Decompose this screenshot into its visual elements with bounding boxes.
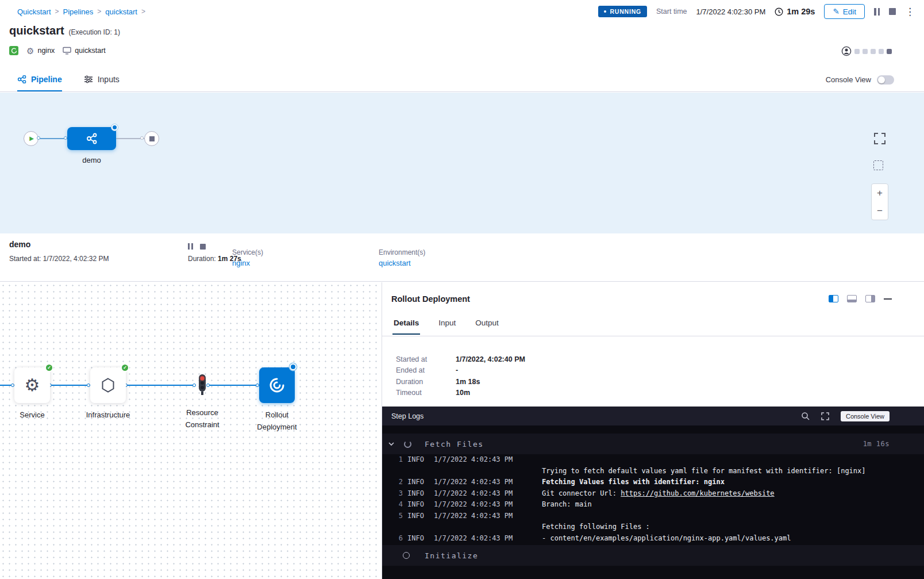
stage-summary-bar: demo Started at: 1/7/2022, 4:02:32 PM Du… [0, 233, 924, 282]
fullscreen-icon[interactable] [873, 132, 887, 145]
layout-split-icon[interactable] [829, 295, 838, 302]
step-detail-tabs: Details Input Output [392, 319, 500, 335]
stage-indicator[interactable] [879, 49, 884, 54]
stage-icon [86, 132, 98, 145]
service-meta[interactable]: ⚙ nginx [26, 47, 55, 55]
stage-controls [188, 243, 206, 250]
tab-pipeline[interactable]: Pipeline [17, 68, 62, 91]
step-details-title: Rollout Deployment [391, 294, 470, 304]
services-label: Service(s) [232, 248, 263, 256]
stop-icon [149, 136, 155, 141]
search-icon[interactable] [801, 412, 810, 420]
console-view-label: Console View [826, 75, 871, 84]
divider [382, 336, 924, 336]
success-check-icon: ✓ [121, 363, 129, 372]
log-section-fetch-files[interactable]: Fetch Files 1m 16s [382, 434, 924, 454]
header-actions: RUNNING Start time 1/7/2022 4:02:30 PM 1… [598, 4, 915, 19]
breadcrumb-link-pipelines[interactable]: Pipelines [63, 7, 94, 16]
step-node-rollout-deployment[interactable] [259, 367, 295, 403]
chevron-down-icon [388, 440, 395, 447]
log-level: INFO [407, 533, 427, 545]
stage-indicator[interactable] [854, 49, 860, 54]
gear-icon: ⚙ [25, 377, 40, 394]
log-message: Fetching following Files : [542, 511, 924, 533]
log-timestamp: 1/7/2022 4:02:43 PM [434, 488, 532, 500]
status-dot-icon [604, 10, 606, 13]
step-node-resource-constraint[interactable] [196, 373, 209, 399]
log-line: 2 INFO 1/7/2022 4:02:43 PM Fetching Valu… [382, 477, 924, 488]
detail-value: 1m 18s [456, 378, 480, 386]
multiselect-icon[interactable] [873, 160, 883, 170]
step-label-rollout-deployment: Rollout Deployment [248, 409, 306, 433]
log-line-number: 4 [391, 499, 403, 511]
stage-indicators [841, 46, 892, 56]
detail-label: Timeout [396, 389, 456, 397]
environment-meta[interactable]: quickstart [63, 47, 106, 55]
step-label-resource-constraint: Resource Constraint [174, 407, 231, 431]
log-timestamp: 1/7/2022 4:02:43 PM [434, 477, 532, 488]
breadcrumb-separator: > [97, 7, 101, 16]
environment-link[interactable]: quickstart [379, 259, 411, 267]
log-section-name: Fetch Files [425, 440, 484, 448]
log-message: Trying to fetch default values yaml file… [542, 454, 924, 477]
pipeline-start-node[interactable]: ▶ [24, 131, 38, 146]
cd-module-icon [9, 46, 18, 55]
console-view-toggle[interactable] [877, 75, 894, 85]
log-url-link[interactable]: https://github.com/kubernetes/website [621, 489, 774, 497]
console-view-button[interactable]: Console View [841, 411, 890, 421]
view-tab-bar: Pipeline Inputs Console View [0, 68, 924, 92]
abort-stage-button[interactable] [200, 244, 206, 250]
log-message: Git connector Url: https://github.com/ku… [542, 488, 924, 500]
stage-indicator[interactable] [863, 49, 868, 54]
console-view-cluster: Console View [826, 75, 894, 85]
edit-button-label: Edit [843, 7, 856, 16]
stage-node-demo[interactable] [67, 127, 116, 150]
log-section-initialize[interactable]: Initialize [382, 545, 924, 566]
detail-label: Started at [396, 355, 456, 363]
detail-label: Duration [396, 378, 456, 386]
logs-header-actions: Console View [801, 411, 890, 421]
log-level: INFO [407, 511, 427, 522]
more-options-icon[interactable]: ⋮ [905, 7, 915, 17]
tab-inputs[interactable]: Inputs [84, 68, 120, 91]
zoom-in-button[interactable]: + [872, 184, 888, 202]
environment-icon [63, 47, 71, 55]
step-node-infrastructure[interactable] [90, 367, 126, 403]
graph-connector [38, 138, 67, 139]
tab-inputs-label: Inputs [98, 75, 120, 84]
step-logs-panel: Step Logs Console View Fetch Files 1m 16… [382, 407, 924, 579]
log-message-line: Git connector Url: https://github.com/ku… [542, 488, 924, 500]
step-details-panel: Rollout Deployment Details Input Output … [382, 282, 924, 407]
log-line: 3 INFO 1/7/2022 4:02:43 PM Git connector… [382, 488, 924, 500]
step-node-service[interactable]: ⚙ [14, 367, 50, 403]
abort-pipeline-button[interactable] [889, 8, 896, 15]
layout-right-icon[interactable] [865, 295, 875, 302]
log-message-line: Trying to fetch default values yaml file… [542, 466, 924, 477]
tab-input[interactable]: Input [437, 319, 457, 335]
breadcrumb-link-pipeline-name[interactable]: quickstart [105, 7, 137, 16]
connector-dot [37, 136, 40, 140]
stage-indicator[interactable] [887, 49, 892, 54]
pause-pipeline-button[interactable] [874, 8, 880, 16]
pause-stage-button[interactable] [188, 243, 193, 250]
log-message-line: Fetching following Files : [542, 522, 924, 533]
step-connector [209, 385, 259, 386]
layout-bottom-icon[interactable] [847, 295, 857, 302]
log-level: INFO [407, 499, 427, 511]
zoom-out-button[interactable]: − [872, 202, 888, 220]
breadcrumb-link-quickstart[interactable]: Quickstart [17, 7, 51, 16]
expand-logs-icon[interactable] [821, 412, 829, 420]
pipeline-end-node [144, 131, 159, 146]
step-label-infrastructure: Infrastructure [79, 409, 137, 421]
minimize-panel-icon[interactable] [884, 298, 892, 300]
edit-button[interactable]: ✎ Edit [824, 4, 865, 19]
start-time-value: 1/7/2022 4:02:30 PM [696, 7, 766, 16]
tab-details[interactable]: Details [392, 319, 420, 335]
stage-name: demo [9, 240, 30, 249]
execution-id: (Execution ID: 1) [69, 28, 120, 36]
log-level: INFO [407, 454, 427, 466]
tab-output[interactable]: Output [474, 319, 500, 335]
log-level: INFO [407, 477, 427, 488]
stage-indicator[interactable] [871, 49, 876, 54]
service-link[interactable]: nginx [232, 259, 250, 267]
